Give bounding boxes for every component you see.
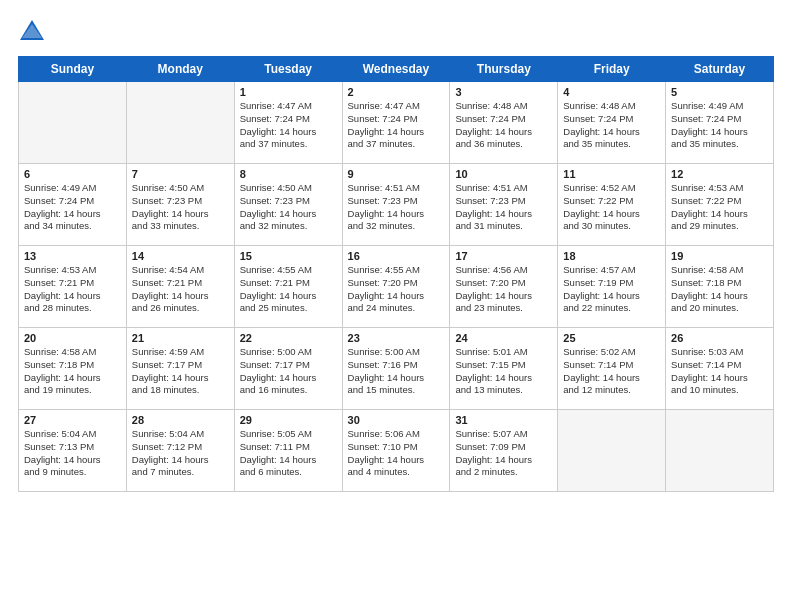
day-number: 20 [24,332,121,344]
day-info: Sunrise: 4:55 AMSunset: 7:21 PMDaylight:… [240,264,337,315]
calendar-cell: 10Sunrise: 4:51 AMSunset: 7:23 PMDayligh… [450,164,558,246]
day-number: 24 [455,332,552,344]
day-number: 14 [132,250,229,262]
day-number: 26 [671,332,768,344]
day-info: Sunrise: 4:49 AMSunset: 7:24 PMDaylight:… [671,100,768,151]
calendar-cell [19,82,127,164]
day-info: Sunrise: 4:50 AMSunset: 7:23 PMDaylight:… [240,182,337,233]
day-info: Sunrise: 4:58 AMSunset: 7:18 PMDaylight:… [671,264,768,315]
day-number: 12 [671,168,768,180]
day-info: Sunrise: 5:04 AMSunset: 7:13 PMDaylight:… [24,428,121,479]
page: SundayMondayTuesdayWednesdayThursdayFrid… [0,0,792,612]
day-info: Sunrise: 4:48 AMSunset: 7:24 PMDaylight:… [455,100,552,151]
calendar-cell: 15Sunrise: 4:55 AMSunset: 7:21 PMDayligh… [234,246,342,328]
calendar-cell: 24Sunrise: 5:01 AMSunset: 7:15 PMDayligh… [450,328,558,410]
day-number: 2 [348,86,445,98]
calendar-cell: 20Sunrise: 4:58 AMSunset: 7:18 PMDayligh… [19,328,127,410]
day-number: 15 [240,250,337,262]
calendar-cell: 2Sunrise: 4:47 AMSunset: 7:24 PMDaylight… [342,82,450,164]
day-number: 27 [24,414,121,426]
day-number: 31 [455,414,552,426]
day-number: 11 [563,168,660,180]
calendar-cell: 14Sunrise: 4:54 AMSunset: 7:21 PMDayligh… [126,246,234,328]
calendar-table: SundayMondayTuesdayWednesdayThursdayFrid… [18,56,774,492]
calendar-header-row: SundayMondayTuesdayWednesdayThursdayFrid… [19,57,774,82]
day-number: 29 [240,414,337,426]
day-info: Sunrise: 4:52 AMSunset: 7:22 PMDaylight:… [563,182,660,233]
day-info: Sunrise: 4:56 AMSunset: 7:20 PMDaylight:… [455,264,552,315]
day-info: Sunrise: 5:00 AMSunset: 7:16 PMDaylight:… [348,346,445,397]
calendar-cell: 26Sunrise: 5:03 AMSunset: 7:14 PMDayligh… [666,328,774,410]
calendar-cell: 3Sunrise: 4:48 AMSunset: 7:24 PMDaylight… [450,82,558,164]
day-number: 22 [240,332,337,344]
calendar-cell: 11Sunrise: 4:52 AMSunset: 7:22 PMDayligh… [558,164,666,246]
day-info: Sunrise: 4:47 AMSunset: 7:24 PMDaylight:… [240,100,337,151]
calendar-week-2: 6Sunrise: 4:49 AMSunset: 7:24 PMDaylight… [19,164,774,246]
day-info: Sunrise: 4:55 AMSunset: 7:20 PMDaylight:… [348,264,445,315]
day-info: Sunrise: 4:47 AMSunset: 7:24 PMDaylight:… [348,100,445,151]
calendar-header-friday: Friday [558,57,666,82]
calendar-cell: 21Sunrise: 4:59 AMSunset: 7:17 PMDayligh… [126,328,234,410]
day-number: 28 [132,414,229,426]
svg-marker-1 [22,24,42,38]
day-info: Sunrise: 5:03 AMSunset: 7:14 PMDaylight:… [671,346,768,397]
calendar-cell: 9Sunrise: 4:51 AMSunset: 7:23 PMDaylight… [342,164,450,246]
calendar-header-saturday: Saturday [666,57,774,82]
calendar-header-tuesday: Tuesday [234,57,342,82]
day-number: 16 [348,250,445,262]
day-number: 1 [240,86,337,98]
day-number: 19 [671,250,768,262]
day-info: Sunrise: 4:53 AMSunset: 7:21 PMDaylight:… [24,264,121,315]
day-info: Sunrise: 5:07 AMSunset: 7:09 PMDaylight:… [455,428,552,479]
day-info: Sunrise: 4:51 AMSunset: 7:23 PMDaylight:… [455,182,552,233]
day-number: 17 [455,250,552,262]
calendar-cell: 29Sunrise: 5:05 AMSunset: 7:11 PMDayligh… [234,410,342,492]
day-number: 10 [455,168,552,180]
calendar-cell: 5Sunrise: 4:49 AMSunset: 7:24 PMDaylight… [666,82,774,164]
day-number: 4 [563,86,660,98]
calendar-cell: 23Sunrise: 5:00 AMSunset: 7:16 PMDayligh… [342,328,450,410]
day-number: 30 [348,414,445,426]
day-info: Sunrise: 5:01 AMSunset: 7:15 PMDaylight:… [455,346,552,397]
calendar-cell: 28Sunrise: 5:04 AMSunset: 7:12 PMDayligh… [126,410,234,492]
day-info: Sunrise: 4:49 AMSunset: 7:24 PMDaylight:… [24,182,121,233]
day-info: Sunrise: 5:06 AMSunset: 7:10 PMDaylight:… [348,428,445,479]
day-info: Sunrise: 5:02 AMSunset: 7:14 PMDaylight:… [563,346,660,397]
day-info: Sunrise: 4:58 AMSunset: 7:18 PMDaylight:… [24,346,121,397]
calendar-cell: 7Sunrise: 4:50 AMSunset: 7:23 PMDaylight… [126,164,234,246]
calendar-week-4: 20Sunrise: 4:58 AMSunset: 7:18 PMDayligh… [19,328,774,410]
day-number: 25 [563,332,660,344]
calendar-cell: 17Sunrise: 4:56 AMSunset: 7:20 PMDayligh… [450,246,558,328]
day-info: Sunrise: 5:05 AMSunset: 7:11 PMDaylight:… [240,428,337,479]
calendar-header-thursday: Thursday [450,57,558,82]
calendar-cell [126,82,234,164]
calendar-cell: 13Sunrise: 4:53 AMSunset: 7:21 PMDayligh… [19,246,127,328]
day-number: 5 [671,86,768,98]
calendar-cell: 19Sunrise: 4:58 AMSunset: 7:18 PMDayligh… [666,246,774,328]
day-info: Sunrise: 4:50 AMSunset: 7:23 PMDaylight:… [132,182,229,233]
day-info: Sunrise: 5:00 AMSunset: 7:17 PMDaylight:… [240,346,337,397]
calendar-cell: 31Sunrise: 5:07 AMSunset: 7:09 PMDayligh… [450,410,558,492]
day-number: 9 [348,168,445,180]
logo-icon [18,18,46,46]
calendar-cell: 16Sunrise: 4:55 AMSunset: 7:20 PMDayligh… [342,246,450,328]
calendar-cell: 22Sunrise: 5:00 AMSunset: 7:17 PMDayligh… [234,328,342,410]
day-number: 18 [563,250,660,262]
calendar-cell: 18Sunrise: 4:57 AMSunset: 7:19 PMDayligh… [558,246,666,328]
day-number: 21 [132,332,229,344]
calendar-week-5: 27Sunrise: 5:04 AMSunset: 7:13 PMDayligh… [19,410,774,492]
day-number: 3 [455,86,552,98]
calendar-cell: 8Sunrise: 4:50 AMSunset: 7:23 PMDaylight… [234,164,342,246]
header [18,18,774,46]
calendar-cell: 1Sunrise: 4:47 AMSunset: 7:24 PMDaylight… [234,82,342,164]
day-number: 23 [348,332,445,344]
day-number: 6 [24,168,121,180]
calendar-cell: 6Sunrise: 4:49 AMSunset: 7:24 PMDaylight… [19,164,127,246]
calendar-header-monday: Monday [126,57,234,82]
calendar-cell [558,410,666,492]
day-info: Sunrise: 4:48 AMSunset: 7:24 PMDaylight:… [563,100,660,151]
calendar-week-1: 1Sunrise: 4:47 AMSunset: 7:24 PMDaylight… [19,82,774,164]
calendar-cell: 25Sunrise: 5:02 AMSunset: 7:14 PMDayligh… [558,328,666,410]
day-info: Sunrise: 5:04 AMSunset: 7:12 PMDaylight:… [132,428,229,479]
calendar-cell: 27Sunrise: 5:04 AMSunset: 7:13 PMDayligh… [19,410,127,492]
